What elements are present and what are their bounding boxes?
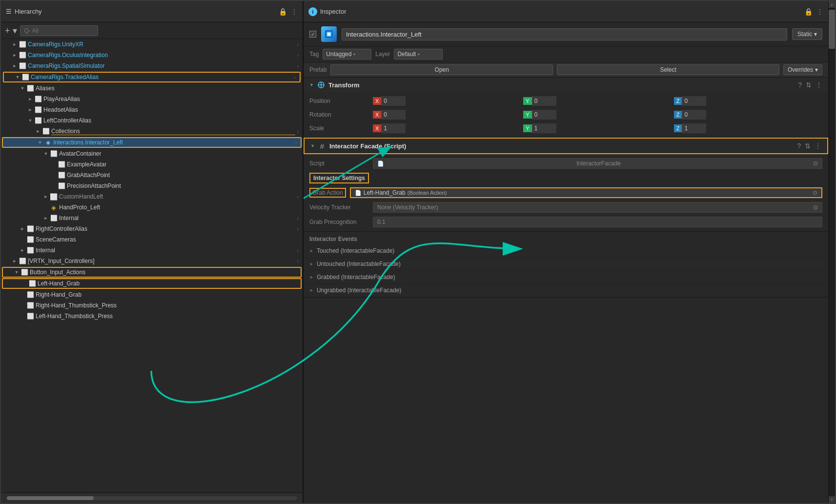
- script-header[interactable]: # Interactor Facade (Script) ? ⇅ ⋮: [304, 138, 828, 154]
- tree-item-grabattach[interactable]: ⬜ GrabAttachPoint: [1, 170, 303, 181]
- label-rightcontroller: RightControllerAlias: [36, 225, 295, 232]
- transform-menu-btn[interactable]: ⋮: [816, 81, 822, 89]
- tree-item-camerarigs-unityxr[interactable]: ⬜ CameraRigs.UnityXR ›: [1, 39, 303, 50]
- scrollbar-down-btn[interactable]: ▼: [829, 496, 835, 503]
- tree-item-aliases[interactable]: ⬜ Aliases: [1, 83, 303, 94]
- velocity-tracker-target-icon[interactable]: ⊙: [813, 204, 818, 211]
- prefab-open-button[interactable]: Open: [330, 64, 553, 75]
- scale-x-label: X: [373, 124, 381, 132]
- transform-help-btn[interactable]: ?: [798, 81, 802, 89]
- static-dropdown[interactable]: Static ▾: [792, 28, 822, 40]
- transform-header[interactable]: Transform ? ⇅ ⋮: [304, 78, 828, 92]
- position-z-input[interactable]: [682, 96, 706, 106]
- tree-item-customhandleft[interactable]: ⬜ CustomHandLeft ›: [1, 191, 303, 202]
- gameobject-active-checkbox[interactable]: [309, 31, 316, 38]
- expand-arrow-rightcontroller: ›: [297, 226, 299, 232]
- label-button-input-actions: Button_Input_Actions: [30, 269, 297, 276]
- rotation-z-input[interactable]: [682, 110, 706, 120]
- grab-action-row: Grab Action 📄 Left-Hand_Grab (Boolean Ac…: [304, 185, 828, 200]
- hierarchy-scrollbar-track[interactable]: [7, 496, 296, 500]
- label-left-thumbstick: Left-Hand_Thumbstick_Press: [36, 313, 299, 320]
- scale-x-input[interactable]: [381, 123, 406, 133]
- tree-item-internal-main[interactable]: ⬜ Internal ›: [1, 245, 303, 256]
- expand-arrow-internal-main: ›: [297, 248, 299, 253]
- script-target-icon[interactable]: ⊙: [813, 160, 818, 167]
- prefab-select-button[interactable]: Select: [557, 64, 779, 75]
- scale-xyz: X Y Z: [373, 123, 822, 133]
- arrow-tracked: [14, 73, 21, 81]
- inspector-menu-dots[interactable]: ⋮: [816, 8, 823, 16]
- tree-item-scenecameras[interactable]: ⬜ SceneCameras: [1, 234, 303, 245]
- search-input[interactable]: [20, 25, 98, 36]
- tree-item-interactor-left[interactable]: ◈ Interactions.Interactor_Left ›: [2, 137, 302, 148]
- rotation-label: Rotation: [309, 111, 373, 118]
- label-avatar: AvatarContainer: [59, 150, 299, 157]
- menu-dots[interactable]: ⋮: [291, 8, 298, 16]
- tree-item-precisionattach[interactable]: ⬜ PrecisionAttachPoint: [1, 181, 303, 191]
- add-button[interactable]: + ▾: [5, 25, 17, 36]
- label-exampleavatar: ExampleAvatar: [67, 161, 299, 168]
- inspector-lock-icon[interactable]: 🔒: [804, 8, 813, 16]
- position-y-input[interactable]: [532, 96, 556, 106]
- script-adjust-btn[interactable]: ⇅: [805, 142, 811, 150]
- script-menu-btn[interactable]: ⋮: [815, 142, 821, 150]
- cube-icon-avatar: ⬜: [50, 150, 58, 158]
- arrow-oculus: [11, 51, 19, 59]
- arrow-collections: [34, 127, 42, 135]
- position-x-input[interactable]: [381, 96, 406, 106]
- tree-item-avatarcontainer[interactable]: ⬜ AvatarContainer: [1, 148, 303, 159]
- grab-precognition-field: 0.1: [373, 217, 822, 227]
- tree-item-handproto[interactable]: ◈ HandProto_Left: [1, 202, 303, 213]
- tree-item-headset[interactable]: ⬜ HeadsetAlias: [1, 104, 303, 115]
- event-touched[interactable]: Touched (InteractableFacade): [304, 244, 828, 258]
- label-scenecameras: SceneCameras: [36, 236, 299, 243]
- scale-z-input[interactable]: [682, 123, 706, 133]
- grab-action-file-icon: 📄: [355, 190, 362, 196]
- rotation-x-label: X: [373, 111, 381, 119]
- scrollbar-up-btn[interactable]: ▲: [829, 1, 835, 8]
- gameobject-name-field[interactable]: [342, 28, 787, 40]
- rotation-y-label: Y: [523, 111, 531, 119]
- transform-adjust-btn[interactable]: ⇅: [806, 81, 812, 89]
- scrollbar-thumb[interactable]: [829, 10, 835, 49]
- arrow-spatial: [11, 62, 19, 70]
- event-grabbed[interactable]: Grabbed (InteractableFacade): [304, 271, 828, 284]
- layer-value: Default: [397, 51, 416, 58]
- tree-item-tracked-alias[interactable]: ⬜ CameraRigs.TrackedAlias ›: [3, 72, 301, 82]
- layer-dropdown[interactable]: Default ▾: [394, 49, 443, 60]
- script-collapse-arrow: [310, 143, 315, 148]
- event-untouched[interactable]: Untouched (InteractableFacade): [304, 258, 828, 271]
- rotation-x-input[interactable]: [381, 110, 406, 120]
- tree-item-spatial[interactable]: ⬜ CameraRigs.SpatialSimulator ›: [1, 60, 303, 71]
- tree-item-collections[interactable]: ⬜ Collections ›: [1, 126, 303, 137]
- arrow-avatar: [42, 150, 50, 158]
- tree-item-button-input-actions[interactable]: ⬜ Button_Input_Actions: [2, 267, 302, 278]
- tag-value: Untagged: [326, 51, 351, 58]
- scale-y-input[interactable]: [532, 123, 556, 133]
- rotation-y-input[interactable]: [532, 110, 556, 120]
- grab-action-target-icon[interactable]: ⊙: [813, 189, 817, 196]
- lock-icon[interactable]: 🔒: [279, 8, 287, 16]
- tree-item-internal-nested[interactable]: ⬜ Internal ›: [1, 213, 303, 223]
- tag-dropdown[interactable]: Untagged ▾: [323, 49, 371, 60]
- label-aliases: Aliases: [36, 85, 299, 92]
- tree-item-left-thumbstick[interactable]: ⬜ Left-Hand_Thumbstick_Press: [1, 311, 303, 322]
- tree-item-vrtk[interactable]: ⬜ [VRTK_Input_Controllers] ›: [1, 256, 303, 266]
- tree-item-exampleavatar[interactable]: ⬜ ExampleAvatar: [1, 159, 303, 170]
- event-ungrabbed[interactable]: Ungrabbed (InteractableFacade): [304, 284, 828, 297]
- tree-item-oculus[interactable]: ⬜ CameraRigs.OculusIntegration ›: [1, 50, 303, 60]
- tree-item-right-thumbstick[interactable]: ⬜ Right-Hand_Thumbstick_Press: [1, 300, 303, 311]
- arrow-internal-main: [19, 246, 26, 254]
- label-right-thumbstick: Right-Hand_Thumbstick_Press: [36, 302, 299, 309]
- tree-item-right-hand-grab[interactable]: ⬜ Right-Hand_Grab: [1, 289, 303, 300]
- tree-item-rightcontroller[interactable]: ⬜ RightControllerAlias ›: [1, 223, 303, 234]
- prefab-overrides-button[interactable]: Overrides ▾: [783, 64, 822, 75]
- tree-item-leftcontroller[interactable]: ⬜ LeftControllerAlias: [1, 115, 303, 126]
- grab-action-value-field[interactable]: 📄 Left-Hand_Grab (Boolean Action) ⊙: [350, 187, 822, 198]
- tree-item-left-hand-grab[interactable]: ⬜ Left-Hand_Grab: [2, 278, 302, 289]
- script-help-btn[interactable]: ?: [797, 142, 801, 150]
- tree-item-playarea[interactable]: ⬜ PlayAreaAlias: [1, 94, 303, 104]
- expand-arrow-oculus: ›: [297, 53, 299, 58]
- label-handproto: HandProto_Left: [59, 204, 299, 211]
- hierarchy-scrollbar-thumb[interactable]: [7, 496, 94, 500]
